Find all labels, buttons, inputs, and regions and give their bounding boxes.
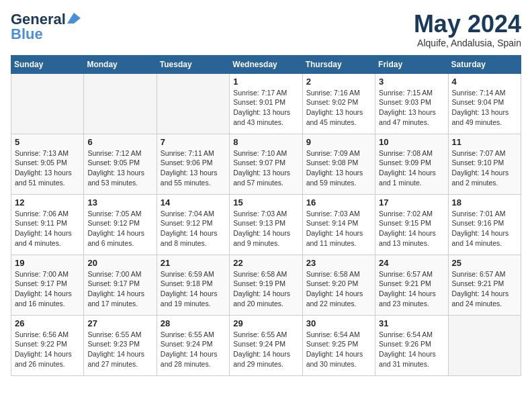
- day-info: Sunrise: 7:09 AM Sunset: 9:08 PM Dayligh…: [306, 148, 371, 188]
- calendar-header-row: SundayMondayTuesdayWednesdayThursdayFrid…: [11, 55, 521, 73]
- day-header-friday: Friday: [375, 55, 448, 73]
- calendar-cell: 21Sunrise: 6:59 AM Sunset: 9:18 PM Dayli…: [157, 255, 229, 315]
- day-number: 24: [379, 258, 444, 268]
- day-info: Sunrise: 7:00 AM Sunset: 9:17 PM Dayligh…: [87, 269, 152, 309]
- day-info: Sunrise: 6:55 AM Sunset: 9:23 PM Dayligh…: [87, 330, 152, 369]
- day-number: 10: [379, 137, 444, 147]
- day-number: 19: [15, 258, 80, 268]
- day-number: 18: [452, 197, 517, 208]
- day-number: 28: [161, 318, 226, 328]
- day-number: 22: [233, 258, 298, 268]
- day-number: 5: [15, 137, 80, 147]
- calendar-cell: 3Sunrise: 7:15 AM Sunset: 9:03 PM Daylig…: [375, 73, 448, 134]
- calendar-cell: 5Sunrise: 7:13 AM Sunset: 9:05 PM Daylig…: [11, 134, 84, 194]
- day-number: 31: [379, 318, 444, 328]
- calendar-cell: 19Sunrise: 7:00 AM Sunset: 9:17 PM Dayli…: [11, 255, 84, 315]
- day-info: Sunrise: 7:07 AM Sunset: 9:10 PM Dayligh…: [452, 148, 517, 188]
- calendar-week-row: 12Sunrise: 7:06 AM Sunset: 9:11 PM Dayli…: [11, 194, 521, 255]
- calendar-cell: 16Sunrise: 7:03 AM Sunset: 9:14 PM Dayli…: [302, 194, 375, 255]
- day-info: Sunrise: 6:55 AM Sunset: 9:24 PM Dayligh…: [233, 330, 298, 369]
- calendar-week-row: 1Sunrise: 7:17 AM Sunset: 9:01 PM Daylig…: [11, 73, 521, 134]
- day-number: 25: [452, 258, 517, 268]
- calendar-cell: 26Sunrise: 6:56 AM Sunset: 9:22 PM Dayli…: [11, 315, 84, 375]
- logo-blue: Blue: [11, 26, 43, 43]
- calendar-cell: 18Sunrise: 7:01 AM Sunset: 9:16 PM Dayli…: [448, 194, 521, 255]
- day-number: 17: [379, 197, 444, 208]
- day-number: 29: [233, 318, 298, 328]
- calendar-week-row: 5Sunrise: 7:13 AM Sunset: 9:05 PM Daylig…: [11, 134, 521, 194]
- day-info: Sunrise: 7:13 AM Sunset: 9:05 PM Dayligh…: [15, 148, 80, 188]
- day-info: Sunrise: 7:03 AM Sunset: 9:14 PM Dayligh…: [306, 209, 371, 248]
- day-number: 27: [87, 318, 152, 328]
- day-info: Sunrise: 7:03 AM Sunset: 9:13 PM Dayligh…: [233, 209, 298, 248]
- day-number: 1: [233, 77, 298, 87]
- day-header-sunday: Sunday: [11, 55, 84, 73]
- day-info: Sunrise: 7:06 AM Sunset: 9:11 PM Dayligh…: [15, 209, 80, 248]
- calendar-cell: 13Sunrise: 7:05 AM Sunset: 9:12 PM Dayli…: [84, 194, 157, 255]
- day-info: Sunrise: 7:17 AM Sunset: 9:01 PM Dayligh…: [233, 88, 298, 128]
- calendar-cell: 9Sunrise: 7:09 AM Sunset: 9:08 PM Daylig…: [302, 134, 375, 194]
- page-header: General Blue May 2024 Alquife, Andalusia…: [11, 11, 521, 48]
- day-info: Sunrise: 7:11 AM Sunset: 9:06 PM Dayligh…: [161, 148, 226, 188]
- day-info: Sunrise: 7:05 AM Sunset: 9:12 PM Dayligh…: [87, 209, 152, 248]
- calendar-cell: 7Sunrise: 7:11 AM Sunset: 9:06 PM Daylig…: [157, 134, 229, 194]
- day-number: 13: [87, 197, 152, 208]
- logo-icon: [67, 13, 81, 24]
- calendar-cell: 24Sunrise: 6:57 AM Sunset: 9:21 PM Dayli…: [375, 255, 448, 315]
- day-info: Sunrise: 6:57 AM Sunset: 9:21 PM Dayligh…: [379, 269, 444, 309]
- day-info: Sunrise: 7:15 AM Sunset: 9:03 PM Dayligh…: [379, 88, 444, 128]
- calendar-cell: 29Sunrise: 6:55 AM Sunset: 9:24 PM Dayli…: [230, 315, 302, 375]
- day-number: 23: [306, 258, 371, 268]
- calendar-cell: [84, 73, 157, 134]
- calendar-table: SundayMondayTuesdayWednesdayThursdayFrid…: [11, 55, 521, 376]
- calendar-cell: 22Sunrise: 6:58 AM Sunset: 9:19 PM Dayli…: [230, 255, 302, 315]
- day-info: Sunrise: 6:58 AM Sunset: 9:20 PM Dayligh…: [306, 269, 371, 309]
- day-number: 9: [306, 137, 371, 147]
- day-number: 3: [379, 77, 444, 87]
- day-number: 26: [15, 318, 80, 328]
- day-number: 8: [233, 137, 298, 147]
- day-info: Sunrise: 7:08 AM Sunset: 9:09 PM Dayligh…: [379, 148, 444, 188]
- day-number: 4: [452, 77, 517, 87]
- calendar-cell: 4Sunrise: 7:14 AM Sunset: 9:04 PM Daylig…: [448, 73, 521, 134]
- day-number: 7: [161, 137, 226, 147]
- day-header-monday: Monday: [84, 55, 157, 73]
- calendar-cell: [157, 73, 229, 134]
- calendar-cell: 30Sunrise: 6:54 AM Sunset: 9:25 PM Dayli…: [302, 315, 375, 375]
- calendar-cell: [448, 315, 521, 375]
- calendar-week-row: 26Sunrise: 6:56 AM Sunset: 9:22 PM Dayli…: [11, 315, 521, 375]
- day-number: 20: [87, 258, 152, 268]
- logo: General Blue: [11, 11, 81, 43]
- month-title: May 2024: [414, 11, 521, 38]
- day-number: 14: [161, 197, 226, 208]
- location-subtitle: Alquife, Andalusia, Spain: [414, 38, 521, 48]
- day-number: 16: [306, 197, 371, 208]
- calendar-cell: 10Sunrise: 7:08 AM Sunset: 9:09 PM Dayli…: [375, 134, 448, 194]
- day-number: 11: [452, 137, 517, 147]
- day-info: Sunrise: 6:59 AM Sunset: 9:18 PM Dayligh…: [161, 269, 226, 309]
- day-info: Sunrise: 7:10 AM Sunset: 9:07 PM Dayligh…: [233, 148, 298, 188]
- calendar-cell: 31Sunrise: 6:54 AM Sunset: 9:26 PM Dayli…: [375, 315, 448, 375]
- svg-marker-0: [67, 13, 81, 24]
- calendar-cell: 23Sunrise: 6:58 AM Sunset: 9:20 PM Dayli…: [302, 255, 375, 315]
- title-area: May 2024 Alquife, Andalusia, Spain: [414, 11, 521, 48]
- day-info: Sunrise: 6:54 AM Sunset: 9:26 PM Dayligh…: [379, 330, 444, 369]
- day-info: Sunrise: 7:04 AM Sunset: 9:12 PM Dayligh…: [161, 209, 226, 248]
- day-header-saturday: Saturday: [448, 55, 521, 73]
- day-info: Sunrise: 7:14 AM Sunset: 9:04 PM Dayligh…: [452, 88, 517, 128]
- calendar-cell: 17Sunrise: 7:02 AM Sunset: 9:15 PM Dayli…: [375, 194, 448, 255]
- day-info: Sunrise: 7:16 AM Sunset: 9:02 PM Dayligh…: [306, 88, 371, 128]
- calendar-cell: 27Sunrise: 6:55 AM Sunset: 9:23 PM Dayli…: [84, 315, 157, 375]
- day-info: Sunrise: 7:00 AM Sunset: 9:17 PM Dayligh…: [15, 269, 80, 309]
- calendar-cell: 12Sunrise: 7:06 AM Sunset: 9:11 PM Dayli…: [11, 194, 84, 255]
- day-number: 2: [306, 77, 371, 87]
- calendar-cell: 8Sunrise: 7:10 AM Sunset: 9:07 PM Daylig…: [230, 134, 302, 194]
- day-info: Sunrise: 7:01 AM Sunset: 9:16 PM Dayligh…: [452, 209, 517, 248]
- calendar-cell: 6Sunrise: 7:12 AM Sunset: 9:05 PM Daylig…: [84, 134, 157, 194]
- day-number: 15: [233, 197, 298, 208]
- day-header-wednesday: Wednesday: [230, 55, 302, 73]
- calendar-cell: [11, 73, 84, 134]
- day-header-thursday: Thursday: [302, 55, 375, 73]
- calendar-cell: 1Sunrise: 7:17 AM Sunset: 9:01 PM Daylig…: [230, 73, 302, 134]
- calendar-week-row: 19Sunrise: 7:00 AM Sunset: 9:17 PM Dayli…: [11, 255, 521, 315]
